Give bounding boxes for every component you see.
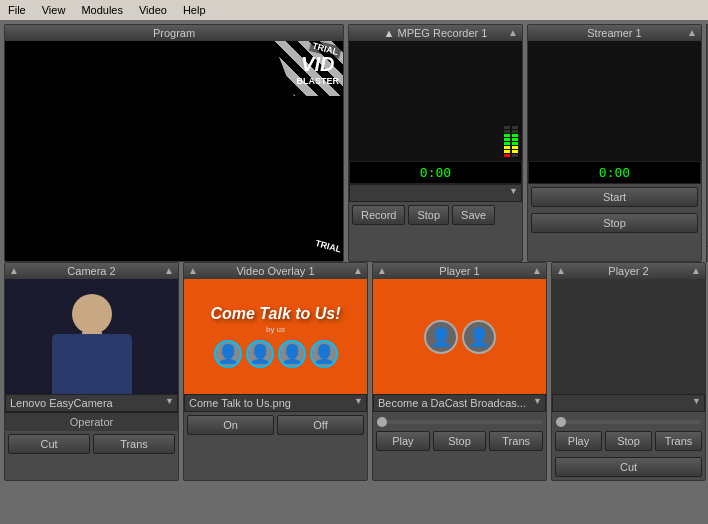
video-overlay-panel: ▲ Video Overlay 1 ▲ Come Talk to Us! by …	[183, 262, 368, 481]
player1-scroll[interactable]: ▲	[532, 265, 542, 276]
streamer-header: Streamer 1 ▲	[528, 25, 701, 41]
save-button[interactable]: Save	[452, 205, 495, 225]
streamer-stop-button[interactable]: Stop	[531, 213, 698, 233]
program-header: Program	[5, 25, 343, 41]
mpeg-scroll-up[interactable]: ▲	[508, 27, 518, 38]
mpeg-btn-row: Record Stop Save	[349, 202, 522, 228]
camera2-trans-button[interactable]: Trans	[93, 434, 175, 454]
operator-bar: Operator	[5, 412, 178, 431]
player2-play-button[interactable]: Play	[555, 431, 602, 451]
player2-btn-row2: Cut	[552, 454, 705, 480]
level-meters	[504, 126, 518, 157]
seg	[504, 126, 510, 129]
camera2-dropdown[interactable]: Lenovo EasyCamera	[5, 394, 178, 412]
seg	[512, 130, 518, 133]
seg	[512, 142, 518, 145]
overlay-dropdown-wrapper: Come Talk to Us.png	[184, 394, 367, 412]
level-bar-left	[504, 126, 510, 157]
streamer-title: Streamer 1	[587, 27, 641, 39]
overlay-video: Come Talk to Us! by us 👤 👤 👤 👤	[184, 279, 367, 394]
vid-blaster-logo: VID BLASTER	[297, 53, 340, 86]
player1-play-button[interactable]: Play	[376, 431, 430, 451]
streamer-start-button[interactable]: Start	[531, 187, 698, 207]
record-button[interactable]: Record	[352, 205, 405, 225]
seg	[504, 146, 510, 149]
player1-btn-row: Play Stop Trans	[373, 428, 546, 454]
overlay-content-subtitle: by us	[266, 325, 285, 334]
seg	[504, 154, 510, 157]
camera2-dropdown-wrapper: Lenovo EasyCamera	[5, 394, 178, 412]
streamer-btn-row2: Stop	[528, 210, 701, 236]
player2-cut-button[interactable]: Cut	[555, 457, 702, 477]
player2-video	[552, 279, 705, 394]
face-1: 👤	[214, 340, 242, 368]
player1-dropdown[interactable]: Become a DaCast Broadcas...	[373, 394, 546, 412]
menu-video[interactable]: Video	[135, 4, 171, 16]
player1-arrow: ▲	[377, 265, 387, 276]
center-panels: ▲ MPEG Recorder 1 ▲	[348, 24, 702, 262]
blaster-text: BLASTER	[297, 76, 340, 86]
mpeg-header: ▲ MPEG Recorder 1 ▲	[349, 25, 522, 41]
player1-title: Player 1	[439, 265, 479, 277]
program-title: Program	[153, 27, 195, 39]
bottom-row: ▲ Camera 2 ▲ Lenovo EasyCamera Operator …	[0, 262, 708, 485]
person-head	[72, 294, 112, 334]
player1-panel: ▲ Player 1 ▲ 👤 👤 Become a DaCast Broadca…	[372, 262, 547, 481]
player1-seek-wrapper	[373, 412, 546, 428]
mpeg-stop-button[interactable]: Stop	[408, 205, 449, 225]
overlay-header: ▲ Video Overlay 1 ▲	[184, 263, 367, 279]
player1-trans-button[interactable]: Trans	[489, 431, 543, 451]
overlay-content-title: Come Talk to Us!	[210, 305, 340, 323]
program-video: TRIAL VID BLASTER TRIAL	[5, 41, 343, 261]
menu-help[interactable]: Help	[179, 4, 210, 16]
mpeg-panel: ▲ MPEG Recorder 1 ▲	[348, 24, 523, 262]
seg	[512, 126, 518, 129]
seg	[512, 150, 518, 153]
face-2: 👤	[246, 340, 274, 368]
menu-view[interactable]: View	[38, 4, 70, 16]
seg	[504, 150, 510, 153]
mpeg-time: 0:00	[349, 161, 522, 184]
player2-title: Player 2	[608, 265, 648, 277]
player2-header: ▲ Player 2 ▲	[552, 263, 705, 279]
player2-dropdown[interactable]	[552, 394, 705, 412]
overlay-dropdown[interactable]: Come Talk to Us.png	[184, 394, 367, 412]
player2-scroll[interactable]: ▲	[691, 265, 701, 276]
player2-stop-button[interactable]: Stop	[605, 431, 652, 451]
face-4: 👤	[310, 340, 338, 368]
seg	[504, 130, 510, 133]
player1-faces: 👤 👤	[414, 310, 506, 364]
seg	[504, 138, 510, 141]
overlay-scroll[interactable]: ▲	[353, 265, 363, 276]
vid-text: VID	[301, 53, 334, 75]
streamer-btn-row: Start	[528, 184, 701, 210]
camera2-cut-button[interactable]: Cut	[8, 434, 90, 454]
person-body	[52, 334, 132, 394]
trial-bottom: TRIAL	[312, 237, 343, 256]
camera2-video	[5, 279, 178, 394]
player2-trans-button[interactable]: Trans	[655, 431, 702, 451]
menu-modules[interactable]: Modules	[77, 4, 127, 16]
player1-header: ▲ Player 1 ▲	[373, 263, 546, 279]
streamer-scroll[interactable]: ▲	[687, 27, 697, 38]
mpeg-dropdown[interactable]	[349, 184, 522, 202]
seg	[504, 134, 510, 137]
overlay-off-button[interactable]: Off	[277, 415, 364, 435]
menubar: File View Modules Video Help	[0, 0, 708, 20]
camera2-scroll[interactable]: ▲	[164, 265, 174, 276]
menu-file[interactable]: File	[4, 4, 30, 16]
camera2-arrow: ▲	[9, 265, 19, 276]
player1-seek[interactable]	[377, 420, 542, 424]
player1-stop-button[interactable]: Stop	[433, 431, 487, 451]
overlay-on-button[interactable]: On	[187, 415, 274, 435]
camera2-title: Camera 2	[67, 265, 115, 277]
seg	[512, 134, 518, 137]
mpeg-video	[349, 41, 522, 161]
program-panel: Program TRIAL VID BLASTER TRIAL	[4, 24, 344, 262]
overlay-arrow: ▲	[188, 265, 198, 276]
streamer-panel: Streamer 1 ▲ 0:00 Start Stop	[527, 24, 702, 262]
seg	[504, 142, 510, 145]
player1-dropdown-wrapper: Become a DaCast Broadcas...	[373, 394, 546, 412]
player2-seek[interactable]	[556, 420, 701, 424]
streamer-video	[528, 41, 701, 161]
